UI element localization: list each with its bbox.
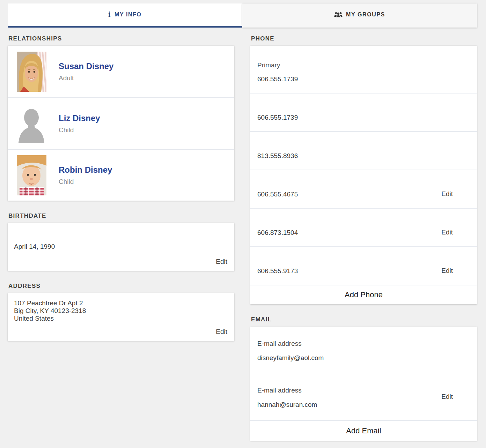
email-label: E-mail address xyxy=(257,340,469,348)
relationship-row[interactable]: Susan Disney Adult xyxy=(8,46,234,97)
address-line-3: United States xyxy=(14,315,227,322)
address-heading: ADDRESS xyxy=(8,283,234,290)
address-value: 107 Peachtree Dr Apt 2 Big City, KY 4012… xyxy=(14,299,227,322)
address-line-1: 107 Peachtree Dr Apt 2 xyxy=(14,299,227,307)
email-heading: EMAIL xyxy=(251,316,477,323)
address-line-2: Big City, KY 40123-2318 xyxy=(14,307,227,315)
tab-my-groups-label: MY GROUPS xyxy=(346,12,385,18)
email-edit-button[interactable]: Edit xyxy=(441,393,453,401)
phone-heading: PHONE xyxy=(251,35,477,42)
add-phone-button[interactable]: Add Phone xyxy=(250,285,477,304)
person-name-link[interactable]: Robin Disney xyxy=(59,165,112,175)
phone-number: 813.555.8936 xyxy=(257,152,469,160)
right-column: PHONE Primary 606.555.1739 606.555.1739 … xyxy=(250,28,477,441)
person-role-label: Adult xyxy=(59,74,113,82)
email-address: disneyfamily@aol.com xyxy=(257,354,469,362)
person-avatar xyxy=(17,52,46,92)
phone-edit-button[interactable]: Edit xyxy=(441,190,453,198)
tab-my-groups[interactable]: MY GROUPS xyxy=(242,3,477,28)
profile-page: i MY INFO MY GROUPS xyxy=(0,0,486,441)
person-name-link[interactable]: Liz Disney xyxy=(59,113,100,123)
add-email-button[interactable]: Add Email xyxy=(250,420,477,441)
address-card: 107 Peachtree Dr Apt 2 Big City, KY 4012… xyxy=(8,293,234,341)
address-edit-button[interactable]: Edit xyxy=(216,328,227,336)
person-role-label: Child xyxy=(59,126,100,134)
phone-row: 813.555.8936 xyxy=(250,131,477,170)
tab-my-info-label: MY INFO xyxy=(115,12,142,18)
phone-card: Primary 606.555.1739 606.555.1739 813.55… xyxy=(250,46,477,304)
info-icon: i xyxy=(108,10,111,18)
relationship-row[interactable]: Liz Disney Child xyxy=(8,97,234,149)
phone-row: 606.555.1739 xyxy=(250,93,477,131)
email-card: E-mail address disneyfamily@aol.com E-ma… xyxy=(250,327,477,441)
relationship-row[interactable]: Robin Disney Child xyxy=(8,149,234,201)
phone-number: 606.555.9173 xyxy=(257,267,441,275)
phone-row: 606.555.9173 Edit xyxy=(250,246,477,285)
tab-my-info[interactable]: i MY INFO xyxy=(8,3,242,28)
phone-row: 606.873.1504 Edit xyxy=(250,208,477,246)
users-icon xyxy=(334,12,343,18)
birthdate-card: April 14, 1990 Edit xyxy=(8,223,234,271)
phone-number: 606.555.4675 xyxy=(257,191,441,198)
person-avatar xyxy=(17,155,46,195)
phone-label: Primary xyxy=(257,61,469,69)
phone-row: 606.555.4675 Edit xyxy=(250,170,477,208)
birthdate-heading: BIRTHDATE xyxy=(8,212,234,219)
phone-edit-button[interactable]: Edit xyxy=(441,229,453,236)
email-list: E-mail address disneyfamily@aol.com E-ma… xyxy=(250,327,477,420)
relationships-card: Susan Disney Adult Liz Disney Child xyxy=(8,46,234,201)
email-label: E-mail address xyxy=(257,387,441,394)
left-column: RELATIONSHIPS xyxy=(8,28,234,341)
person-name-link[interactable]: Susan Disney xyxy=(59,61,113,71)
email-row: E-mail address disneyfamily@aol.com xyxy=(250,327,477,373)
birthdate-edit-button[interactable]: Edit xyxy=(216,258,227,266)
phone-list: Primary 606.555.1739 606.555.1739 813.55… xyxy=(250,46,477,285)
phone-row: Primary 606.555.1739 xyxy=(250,46,477,93)
birthdate-value: April 14, 1990 xyxy=(14,243,227,251)
relationships-heading: RELATIONSHIPS xyxy=(8,35,234,42)
email-address: hannah@suran.com xyxy=(257,401,441,409)
person-role-label: Child xyxy=(59,178,112,186)
phone-number: 606.555.1739 xyxy=(257,75,469,83)
phone-number: 606.873.1504 xyxy=(257,229,441,237)
email-row: E-mail address hannah@suran.com Edit xyxy=(250,373,477,420)
person-avatar xyxy=(17,104,46,144)
phone-number: 606.555.1739 xyxy=(257,114,469,121)
phone-edit-button[interactable]: Edit xyxy=(441,267,453,275)
tab-bar: i MY INFO MY GROUPS xyxy=(8,3,477,28)
